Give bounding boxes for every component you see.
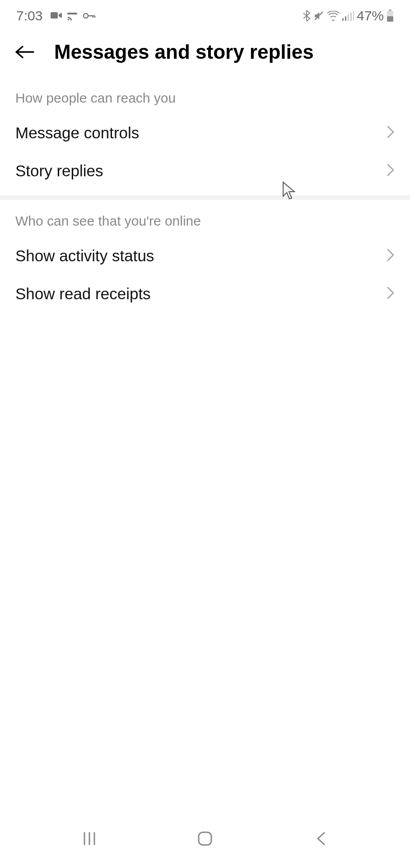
video-icon — [51, 11, 62, 20]
page-title: Messages and story replies — [54, 41, 314, 63]
svg-point-1 — [84, 14, 88, 18]
home-button[interactable] — [182, 825, 228, 852]
svg-rect-5 — [348, 14, 349, 21]
section-divider — [0, 195, 410, 200]
wifi-icon — [327, 11, 340, 21]
svg-rect-3 — [342, 18, 344, 21]
svg-rect-10 — [387, 16, 393, 22]
item-activity-status[interactable]: Show activity status — [0, 237, 410, 275]
svg-rect-0 — [51, 12, 58, 19]
bluetooth-icon — [303, 10, 311, 22]
item-label: Message controls — [15, 124, 139, 142]
status-time: 7:03 — [16, 8, 42, 24]
recent-apps-button[interactable] — [67, 825, 112, 852]
arrow-left-icon — [15, 45, 35, 59]
section-header-online: Who can see that you're online — [0, 200, 410, 237]
vpn-key-icon — [83, 12, 96, 19]
battery-percent: 47% — [357, 8, 384, 24]
signal-icon — [342, 11, 354, 21]
svg-rect-6 — [350, 13, 352, 21]
item-read-receipts[interactable]: Show read receipts — [0, 275, 410, 313]
status-left: 7:03 — [16, 8, 96, 24]
mute-icon — [313, 10, 324, 21]
item-label: Story replies — [15, 162, 103, 180]
cast-icon — [67, 11, 79, 20]
svg-rect-14 — [199, 832, 211, 845]
item-label: Show read receipts — [15, 285, 151, 303]
status-right: 47% — [303, 8, 394, 24]
chevron-right-icon — [387, 248, 395, 264]
chevron-right-icon — [387, 125, 395, 141]
page-header: Messages and story replies — [0, 32, 410, 77]
item-label: Show activity status — [15, 247, 154, 265]
back-nav-button[interactable] — [298, 825, 343, 852]
svg-rect-4 — [345, 16, 346, 21]
back-button[interactable] — [14, 41, 36, 63]
item-message-controls[interactable]: Message controls — [0, 114, 410, 152]
item-story-replies[interactable]: Story replies — [0, 152, 410, 190]
battery-icon — [387, 9, 394, 22]
svg-rect-7 — [353, 11, 354, 21]
chevron-right-icon — [387, 286, 395, 302]
chevron-right-icon — [387, 163, 395, 179]
android-nav-bar — [0, 818, 410, 868]
status-bar: 7:03 47% — [0, 0, 410, 32]
section-header-reach: How people can reach you — [0, 77, 410, 114]
svg-rect-8 — [389, 9, 391, 11]
